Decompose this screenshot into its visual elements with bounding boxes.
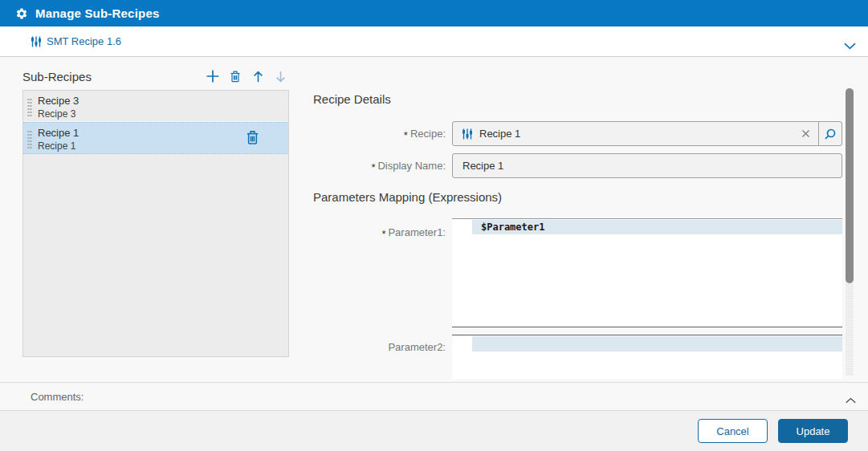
subrecipe-list-item[interactable]: Recipe 3 Recipe 3 xyxy=(23,91,288,122)
parameter2-label: Parameter2: xyxy=(297,341,446,353)
parameter1-expression-editor[interactable]: $Parameter1 xyxy=(452,218,842,327)
parameters-mapping-title: Parameters Mapping (Expressions) xyxy=(313,190,502,204)
dialog-header: Manage Sub-Recipes xyxy=(0,0,868,26)
subrecipes-toolbar xyxy=(205,67,289,85)
drag-handle-icon[interactable] xyxy=(27,98,32,117)
subrecipe-display-name: Recipe 3 xyxy=(38,108,282,120)
parameter1-label: *Parameter1: xyxy=(297,226,446,238)
drag-handle-icon[interactable] xyxy=(27,130,32,149)
parameter2-expression-value[interactable] xyxy=(472,336,842,351)
recipe-field-value: Recipe 1 xyxy=(479,128,520,140)
update-button[interactable]: Update xyxy=(778,419,848,443)
subrecipe-list-item-selected[interactable]: Recipe 1 Recipe 1 xyxy=(23,122,288,154)
comments-section[interactable]: Comments: xyxy=(0,382,868,410)
row-delete-icon[interactable] xyxy=(246,130,259,148)
comments-label: Comments: xyxy=(31,391,84,403)
subrecipes-panel-title: Sub-Recipes xyxy=(22,70,92,83)
display-name-field-label: *Display Name: xyxy=(297,160,446,172)
cancel-button[interactable]: Cancel xyxy=(698,419,768,443)
recipe-field-label: *Recipe: xyxy=(297,128,446,140)
required-marker: * xyxy=(381,228,385,240)
parameter2-expression-editor[interactable] xyxy=(452,335,842,380)
recipe-field[interactable]: Recipe 1 xyxy=(452,121,842,146)
dialog-title: Manage Sub-Recipes xyxy=(35,6,159,20)
move-up-button[interactable] xyxy=(251,68,267,84)
manage-sub-recipes-dialog: Manage Sub-Recipes SMT Recipe 1.6 Sub-Re xyxy=(0,0,868,451)
scrollbar-thumb[interactable] xyxy=(846,88,854,283)
recipe-bar: SMT Recipe 1.6 xyxy=(0,26,868,57)
parent-recipe-name: SMT Recipe 1.6 xyxy=(47,35,121,47)
move-down-button[interactable] xyxy=(273,68,289,84)
display-name-field-value: Recipe 1 xyxy=(463,160,503,172)
sliders-icon xyxy=(462,128,473,140)
delete-subrecipe-button[interactable] xyxy=(227,68,243,84)
chevron-up-icon[interactable] xyxy=(846,392,856,407)
chevron-down-icon[interactable] xyxy=(844,39,856,53)
search-button[interactable] xyxy=(818,122,842,145)
add-subrecipe-button[interactable] xyxy=(205,68,221,84)
vertical-scrollbar[interactable] xyxy=(846,88,854,376)
gear-icon xyxy=(15,7,28,20)
dialog-footer: Cancel Update xyxy=(0,410,868,451)
required-marker: * xyxy=(404,129,408,141)
subrecipes-list: Recipe 3 Recipe 3 Recipe 1 Recipe 1 xyxy=(22,90,289,357)
sliders-icon xyxy=(31,36,42,47)
recipe-details-title: Recipe Details xyxy=(313,92,391,106)
display-name-field[interactable]: Recipe 1 xyxy=(452,153,842,178)
clear-icon[interactable] xyxy=(793,129,818,138)
subrecipe-name: Recipe 3 xyxy=(38,94,282,108)
required-marker: * xyxy=(371,161,375,173)
parameter1-expression-value[interactable]: $Parameter1 xyxy=(472,220,842,234)
